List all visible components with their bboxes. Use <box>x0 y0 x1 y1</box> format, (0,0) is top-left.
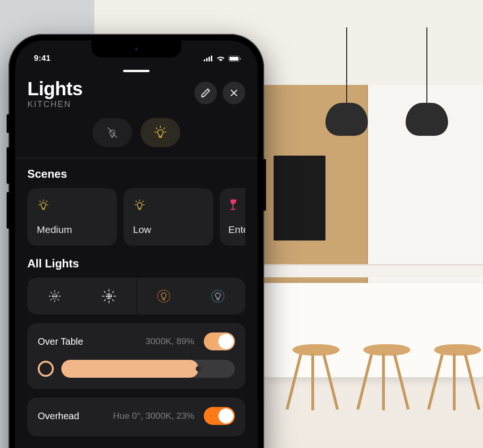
phone-frame: 9:41 Lights KITCHEN <box>8 34 264 448</box>
cellular-icon <box>204 56 213 61</box>
wine-glass-icon <box>228 199 239 212</box>
svg-point-46 <box>212 290 224 302</box>
svg-line-43 <box>104 299 106 301</box>
close-button[interactable] <box>223 82 245 104</box>
status-time: 9:41 <box>34 54 50 63</box>
svg-line-10 <box>164 128 165 129</box>
scene-label: Enter <box>228 224 245 235</box>
bulb-on-icon <box>153 125 168 140</box>
edit-button[interactable] <box>194 82 217 104</box>
scene-card-low[interactable]: Low <box>124 188 213 246</box>
light-status: Hue 0°, 3000K, 23% <box>85 411 198 421</box>
light-switch[interactable] <box>204 407 235 425</box>
svg-rect-0 <box>204 59 205 61</box>
master-toggle-row <box>15 118 258 147</box>
svg-line-31 <box>58 292 58 293</box>
brightness-down-icon <box>46 288 63 305</box>
brightness-up-icon <box>100 287 118 306</box>
svg-rect-3 <box>211 56 212 61</box>
svg-line-40 <box>104 291 106 293</box>
svg-rect-5 <box>230 57 239 60</box>
light-card-over-table: Over Table 3000K, 89% <box>27 323 245 389</box>
svg-line-41 <box>112 299 114 301</box>
svg-line-30 <box>58 299 58 300</box>
screen: 9:41 Lights KITCHEN <box>15 41 258 448</box>
brightness-up-button[interactable] <box>82 278 136 315</box>
bulb-on-icon <box>133 199 146 212</box>
color-warm-button[interactable] <box>137 278 191 315</box>
scene-label: Medium <box>37 224 108 235</box>
all-on-button[interactable] <box>141 118 180 147</box>
bulb-cool-icon <box>209 288 226 305</box>
svg-line-29 <box>50 292 51 293</box>
pencil-icon <box>200 88 211 98</box>
page-title: Lights <box>27 79 194 99</box>
svg-line-20 <box>142 201 143 202</box>
color-picker-button[interactable] <box>38 361 54 377</box>
light-status: 3000K, 89% <box>89 336 198 347</box>
bulb-on-icon <box>37 199 50 212</box>
svg-line-14 <box>40 201 41 202</box>
svg-line-9 <box>156 128 157 129</box>
scene-card-entertain[interactable]: Enter <box>220 188 245 246</box>
header: Lights KITCHEN <box>15 72 258 114</box>
svg-line-42 <box>112 291 114 293</box>
light-name: Overhead <box>38 411 79 422</box>
all-lights-section: All Lights <box>15 250 258 441</box>
scene-card-medium[interactable]: Medium <box>27 188 117 246</box>
svg-rect-6 <box>240 58 241 60</box>
svg-rect-1 <box>206 58 208 61</box>
light-name: Over Table <box>38 336 83 347</box>
color-cool-button[interactable] <box>191 278 245 315</box>
svg-line-19 <box>136 201 137 202</box>
svg-point-44 <box>158 290 170 302</box>
light-card-overhead: Overhead Hue 0°, 3000K, 23% <box>27 398 245 436</box>
notch <box>92 41 181 58</box>
light-switch[interactable] <box>204 332 235 350</box>
all-lights-title: All Lights <box>27 257 245 270</box>
svg-rect-2 <box>208 57 210 62</box>
brightness-down-button[interactable] <box>27 278 82 315</box>
scenes-title: Scenes <box>27 167 245 181</box>
bulb-off-icon <box>105 125 119 140</box>
scene-label: Low <box>133 224 204 235</box>
svg-line-32 <box>50 299 51 300</box>
wifi-icon <box>217 56 225 62</box>
page-subtitle: KITCHEN <box>27 100 194 109</box>
bulb-warm-icon <box>155 288 172 305</box>
scenes-section: Scenes Medium <box>15 158 258 250</box>
all-off-button[interactable] <box>92 118 132 147</box>
close-icon <box>229 88 239 98</box>
brightness-slider[interactable] <box>61 360 235 378</box>
global-controls <box>27 278 245 315</box>
svg-line-15 <box>46 201 47 202</box>
battery-icon <box>228 56 242 62</box>
